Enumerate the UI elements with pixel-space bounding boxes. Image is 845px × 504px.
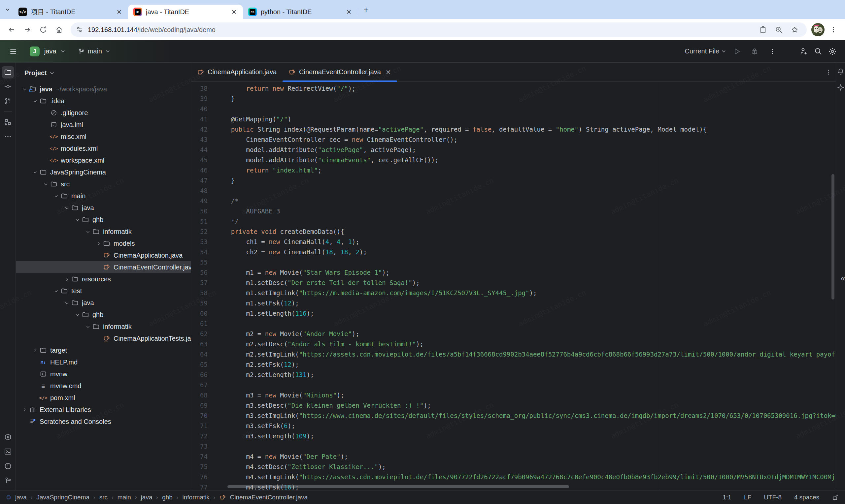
vcs-widget[interactable]: main: [78, 48, 110, 55]
code-line[interactable]: 52 private void createDemoData(){: [191, 227, 836, 237]
chevron-down-icon[interactable]: [52, 194, 60, 199]
avatar[interactable]: [811, 23, 825, 36]
chevron-right-icon[interactable]: [63, 277, 71, 282]
tool-commit-button[interactable]: [2, 80, 14, 93]
tree-item-target[interactable]: target: [16, 344, 191, 356]
code-line[interactable]: 45 model.addAttribute("cinemaEvents", ce…: [191, 155, 836, 165]
ai-assistant-button[interactable]: [837, 84, 844, 91]
code-line[interactable]: 74 m4 = new Movie("Der Pate");: [191, 452, 836, 462]
project-tree-header[interactable]: Project: [16, 63, 191, 83]
debug-button[interactable]: [747, 44, 762, 59]
chevron-right-icon[interactable]: [20, 407, 29, 412]
code-line[interactable]: 66 m2.setLength(131);: [191, 370, 836, 380]
tab-close-button[interactable]: ✕: [345, 7, 353, 16]
code-line[interactable]: 63 m2.setDesc("Andor als Film - kommt be…: [191, 339, 836, 349]
chevron-right-icon[interactable]: [31, 348, 39, 353]
code-line[interactable]: 59 m1.setFsk(12);: [191, 298, 836, 308]
tree-item-models[interactable]: models: [16, 237, 191, 249]
code-line[interactable]: 47 }: [191, 176, 836, 186]
chevron-down-icon[interactable]: [31, 98, 39, 104]
bookmark-button[interactable]: [788, 23, 802, 37]
chevron-down-icon[interactable]: [73, 312, 81, 317]
code-line[interactable]: 39 }: [191, 94, 836, 104]
chevron-down-icon[interactable]: [41, 182, 50, 187]
tree-item-main[interactable]: main: [16, 190, 191, 202]
tree-item-java[interactable]: java~/workspace/java: [16, 83, 191, 95]
code-line[interactable]: 61: [191, 319, 836, 329]
tree-item-java-iml[interactable]: java.iml: [16, 119, 191, 131]
tree-item-informatik[interactable]: informatik: [16, 226, 191, 237]
caret-position[interactable]: 1:1: [723, 494, 732, 501]
tree-item-src[interactable]: src: [16, 178, 191, 190]
code-line[interactable]: 56 m1 = new Movie("Star Wars Episode 1")…: [191, 268, 836, 278]
indent-setting[interactable]: 4 spaces: [794, 494, 819, 501]
tree-item-ghb[interactable]: ghb: [16, 309, 191, 321]
file-encoding[interactable]: UTF-8: [764, 494, 781, 501]
code-line[interactable]: 50 AUFGABE 3: [191, 206, 836, 216]
code-line[interactable]: 65 m2.setFsk(12);: [191, 360, 836, 370]
tree-item-mvnw[interactable]: mvnw: [16, 368, 191, 380]
tool-project-button[interactable]: [2, 66, 14, 78]
tree-item-pom-xml[interactable]: </>pom.xml: [16, 392, 191, 404]
tree-item-ghb[interactable]: ghb: [16, 214, 191, 226]
code-line[interactable]: 72 m3.setLength(109);: [191, 431, 836, 441]
chevron-right-icon[interactable]: [94, 241, 102, 246]
code-line[interactable]: 54 ch2 = new CinemaHall(18, 18, 2);: [191, 247, 836, 257]
breadcrumb-item[interactable]: src: [99, 494, 108, 501]
editor-tab-options-button[interactable]: [821, 63, 836, 82]
code-line[interactable]: 43 CinemaEventController cec = new Cinem…: [191, 134, 836, 145]
chevron-down-icon[interactable]: [52, 289, 60, 293]
tree-item--idea[interactable]: .idea: [16, 95, 191, 107]
browser-menu-button[interactable]: [827, 23, 840, 37]
code-line[interactable]: 69 m3.setDesc("Die kleinen gelben Verrüc…: [191, 400, 836, 411]
run-button[interactable]: [729, 44, 744, 59]
code-line[interactable]: 75 m4.setDesc("Zeitloser Klassiker...");: [191, 462, 836, 472]
code-line[interactable]: 53 ch1 = new CinemaHall(4, 4, 1);: [191, 237, 836, 247]
forward-button[interactable]: [20, 23, 34, 37]
code-line[interactable]: 62 m2 = new Movie("Andor Movie");: [191, 329, 836, 339]
browser-tab[interactable]: PCpython - TitanIDE✕: [243, 5, 358, 19]
run-configuration-select[interactable]: Current File: [685, 48, 726, 55]
browser-tab[interactable]: IEjava - TitanIDE✕: [128, 5, 243, 19]
home-button[interactable]: [52, 23, 66, 37]
tool-structure-button[interactable]: [2, 116, 14, 128]
tool-services-button[interactable]: [2, 431, 14, 443]
tree-item-cinemaapplicationtests-java[interactable]: CinemaApplicationTests.java: [16, 332, 191, 344]
code-line[interactable]: 70 m3.setImgLink("https://www.cinema.de/…: [191, 411, 836, 421]
code-line[interactable]: 76 m4.setImgLink("https://assets.cdn.mov…: [191, 472, 836, 482]
chevron-down-icon[interactable]: [73, 217, 81, 222]
main-menu-button[interactable]: [6, 44, 20, 59]
chevron-down-icon[interactable]: [20, 87, 29, 92]
project-badge[interactable]: J: [30, 47, 40, 56]
chevron-down-icon[interactable]: [63, 205, 71, 211]
code-line[interactable]: 73: [191, 441, 836, 452]
code-line[interactable]: 55: [191, 257, 836, 268]
search-everywhere-button[interactable]: [811, 44, 825, 59]
tree-item-misc-xml[interactable]: </>misc.xml: [16, 131, 191, 143]
tab-search-button[interactable]: [2, 4, 13, 15]
tree-item-modules-xml[interactable]: </>modules.xml: [16, 143, 191, 155]
code-line[interactable]: 51 */: [191, 216, 836, 227]
tree-item-help-md[interactable]: M↓HELP.md: [16, 356, 191, 368]
new-tab-button[interactable]: +: [360, 4, 372, 15]
editor-tab[interactable]: CinemaApplication.java: [191, 63, 283, 82]
notifications-button[interactable]: [837, 68, 844, 75]
collapse-panel-button[interactable]: «: [841, 274, 844, 283]
tree-item-scratches-and-consoles[interactable]: Scratches and Consoles: [16, 416, 191, 428]
tab-close-button[interactable]: ✕: [386, 68, 391, 76]
editor-tab[interactable]: CinemaEventController.java✕: [283, 63, 397, 82]
vertical-scrollbar[interactable]: [831, 174, 834, 300]
breadcrumb-item[interactable]: JavaSpringCinema: [37, 494, 90, 501]
project-name[interactable]: java: [44, 48, 56, 55]
tree-item-java[interactable]: java: [16, 297, 191, 309]
url-text[interactable]: 192.168.101.144/ide/web/coding/java/demo: [88, 26, 751, 34]
back-button[interactable]: [5, 23, 18, 37]
tree-item-javaspringcinema[interactable]: JavaSpringCinema: [16, 166, 191, 178]
code-line[interactable]: 57 m1.setDesc("Der erste Teil der tollen…: [191, 278, 836, 288]
breadcrumb-item[interactable]: informatik: [182, 494, 210, 501]
address-bar[interactable]: 192.168.101.144/ide/web/coding/java/demo: [71, 22, 807, 37]
tree-item-informatik[interactable]: informatik: [16, 321, 191, 332]
chevron-down-icon[interactable]: [84, 324, 92, 329]
code-line[interactable]: 67: [191, 380, 836, 390]
tool-terminal-button[interactable]: [2, 445, 14, 458]
